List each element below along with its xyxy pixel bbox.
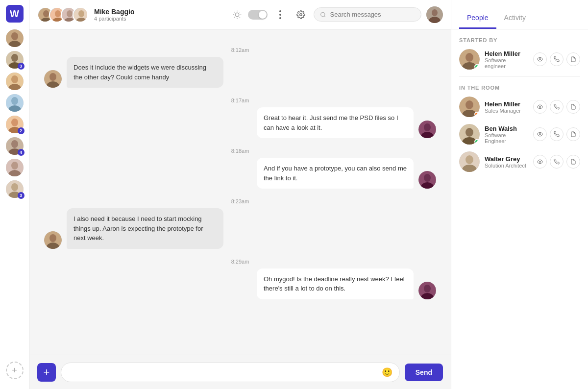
file-button[interactable]: [566, 127, 580, 141]
person-role: Software Engineer: [485, 132, 528, 144]
svg-point-10: [11, 97, 18, 105]
file-button[interactable]: [566, 52, 580, 66]
person-avatar: [459, 49, 480, 70]
more-options-button[interactable]: [272, 7, 288, 23]
message-input-wrap: 🙂: [61, 363, 400, 382]
app-logo[interactable]: W: [6, 5, 24, 23]
room-member-row: Ben Walsh Software Engineer: [459, 124, 580, 145]
sidebar-item[interactable]: [6, 159, 24, 176]
view-profile-button[interactable]: [533, 155, 547, 169]
message-timestamp: 8:29am: [44, 259, 436, 265]
sidebar-item[interactable]: 2: [6, 116, 24, 133]
person-info: Helen Miller Sales Manager: [485, 100, 528, 114]
panel-tabs: People Activity: [451, 0, 588, 29]
svg-point-61: [424, 174, 431, 182]
svg-line-44: [240, 12, 240, 12]
search-input[interactable]: [330, 11, 415, 18]
svg-point-34: [78, 10, 84, 17]
svg-point-80: [539, 134, 541, 135]
svg-point-72: [539, 59, 541, 60]
svg-point-22: [11, 183, 18, 191]
person-name: Helen Miller: [485, 50, 528, 57]
tab-activity[interactable]: Activity: [496, 8, 534, 29]
section-divider: [459, 76, 580, 77]
search-bar[interactable]: [314, 7, 421, 22]
svg-point-16: [11, 140, 18, 148]
message-bubble: Oh mygod! Is the deadline really nest we…: [257, 268, 414, 299]
svg-point-67: [424, 285, 431, 292]
person-info: Helen Miller Software engineer: [485, 50, 528, 69]
sidebar-item[interactable]: 3: [6, 180, 24, 198]
svg-point-4: [11, 54, 18, 62]
person-avatar: [459, 151, 480, 172]
svg-point-64: [49, 234, 56, 242]
tab-people[interactable]: People: [459, 8, 496, 29]
online-status-dot: [474, 64, 479, 69]
person-role: Software engineer: [485, 57, 528, 69]
svg-point-28: [55, 10, 61, 17]
unread-badge: 3: [18, 63, 24, 70]
chat-topbar: Mike Baggio 4 participants: [29, 0, 451, 29]
view-profile-button[interactable]: [533, 100, 547, 114]
panel-body: STARTED BY Helen Miller Software enginee…: [451, 29, 588, 389]
file-button[interactable]: [566, 155, 580, 169]
message-input[interactable]: [68, 368, 378, 376]
unread-badge: 3: [18, 192, 24, 199]
call-button[interactable]: [550, 127, 564, 141]
message-sender-avatar: [418, 121, 436, 138]
svg-point-52: [432, 9, 438, 16]
svg-line-50: [324, 16, 325, 17]
sidebar-item[interactable]: [6, 73, 24, 90]
message-row: And if you have a prototype, you can als…: [44, 158, 436, 189]
message-row: Does it include the widgets we were disc…: [44, 57, 436, 88]
sidebar-item[interactable]: [6, 94, 24, 112]
sidebar-item[interactable]: 3: [6, 51, 24, 69]
topbar-controls: [229, 6, 443, 23]
sidebar-item[interactable]: 4: [6, 137, 24, 155]
chat-name: Mike Baggio: [94, 8, 223, 16]
person-role: Solution Architect: [485, 163, 528, 169]
svg-point-36: [235, 13, 239, 17]
participant-avatars: [37, 7, 88, 23]
call-button[interactable]: [550, 100, 564, 114]
view-profile-button[interactable]: [533, 127, 547, 141]
message-input-area: + 🙂 Send: [29, 355, 451, 389]
file-button[interactable]: [566, 100, 580, 114]
attach-button[interactable]: +: [37, 363, 56, 382]
send-button[interactable]: Send: [405, 364, 443, 381]
person-info: Walter Grey Solution Architect: [485, 155, 528, 169]
person-actions: [533, 100, 580, 114]
message-timestamp: 8:17am: [44, 97, 436, 103]
message-sender-avatar: [44, 231, 62, 249]
svg-line-39: [234, 12, 235, 12]
settings-button[interactable]: [293, 7, 309, 23]
theme-toggle[interactable]: [248, 10, 268, 20]
theme-icon[interactable]: [229, 7, 245, 23]
svg-point-76: [539, 106, 541, 108]
call-button[interactable]: [550, 155, 564, 169]
person-role: Sales Manager: [485, 108, 528, 114]
add-conversation-button[interactable]: +: [6, 362, 24, 379]
sidebar-item[interactable]: [6, 29, 24, 47]
svg-point-48: [300, 13, 302, 16]
call-button[interactable]: [550, 52, 564, 66]
svg-point-45: [279, 10, 281, 12]
svg-point-31: [67, 10, 73, 17]
svg-point-7: [11, 75, 18, 83]
current-user-avatar[interactable]: [426, 6, 443, 23]
svg-point-84: [539, 161, 541, 163]
svg-point-25: [43, 10, 49, 17]
person-avatar: [459, 97, 480, 117]
unread-badge: 4: [18, 149, 24, 156]
svg-point-47: [279, 17, 281, 19]
view-profile-button[interactable]: [533, 52, 547, 66]
online-status-dot: [474, 139, 479, 144]
person-name: Walter Grey: [485, 155, 528, 163]
svg-point-58: [424, 123, 431, 131]
main-chat-area: Mike Baggio 4 participants: [29, 0, 451, 389]
person-name: Helen Miller: [485, 100, 528, 108]
message-sender-avatar: [44, 70, 62, 88]
emoji-button[interactable]: 🙂: [382, 367, 392, 378]
participant-count: 4 participants: [94, 16, 223, 22]
message-timestamp: 8:18am: [44, 148, 436, 154]
